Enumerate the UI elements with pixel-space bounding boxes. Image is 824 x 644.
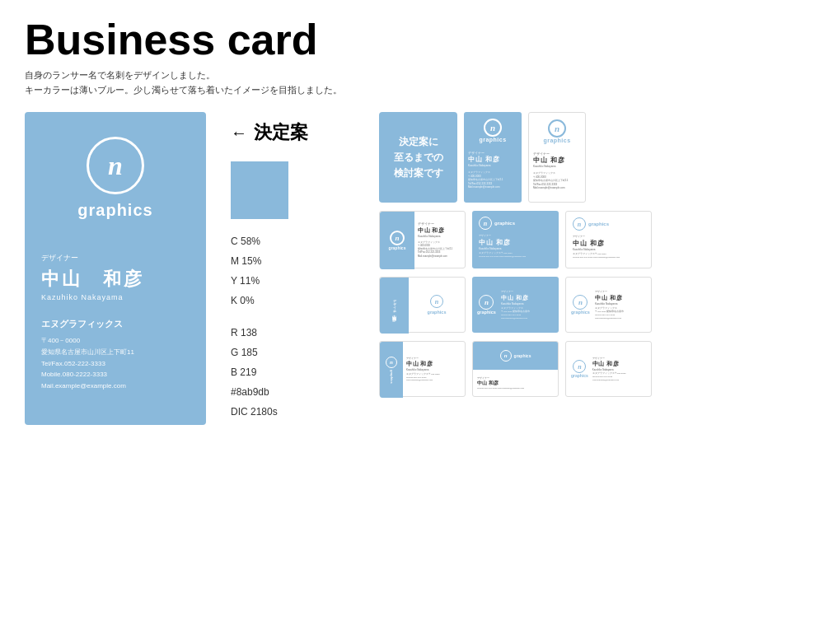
card-mobile: Mobile.080-2222-3333 [41, 369, 134, 380]
card-mail: Mail.example@example.com [41, 380, 134, 392]
h1-name: 中山 和彦 [418, 226, 461, 235]
card-brand-name: graphics [77, 201, 152, 220]
color-info: ← 決定案 C 58% M 15% Y 11% K 0% R 138 G 185… [231, 112, 363, 425]
v1-name-en: Kazuhiko Nakayama [468, 164, 491, 167]
color-g: G 185 [231, 343, 363, 362]
variation-h2: n graphics デザイナー 中山 和彦 Kazuhiko Nakayama… [472, 211, 559, 268]
sq4c-logo-n: n [573, 360, 586, 373]
h3-designer: デザイナー [573, 235, 644, 238]
h1-name-en: Kazuhiko Nakayama [418, 235, 461, 238]
card-postal: 〒400－0000 [41, 335, 134, 347]
sq3-logo-n: n [573, 295, 588, 310]
color-dic: DIC 2180s [231, 402, 363, 422]
color-swatch [231, 161, 288, 219]
h3-logo-n: n [573, 217, 586, 231]
card-street: 愛知県名古屋市山川区上下町11 [41, 347, 134, 358]
sq1-brand: graphics [428, 310, 447, 315]
h1-detail: デザイナー 中山 和彦 Kazuhiko Nakayama エヌグラフィックス〒… [414, 212, 465, 268]
sq4b-logo-n: n [500, 350, 512, 362]
variation-h3: n graphics デザイナー 中山 和彦 Kazuhiko Nakayama… [565, 211, 652, 268]
sq4b-name: 中山 和彦 [477, 380, 554, 387]
sq3-designer: デザイナー [595, 290, 646, 293]
sq1-name: 中山和彦 [392, 311, 397, 315]
sq1-role: デザイナー [393, 296, 396, 310]
h3-name-en: Kazuhiko Nakayama [573, 248, 644, 251]
h3-brand: graphics [588, 222, 609, 226]
v2-logo-n: n [548, 119, 566, 138]
variation-row-3: デザイナー 中山和彦 n graphics n graphics デ [379, 277, 799, 333]
h2-designer: デザイナー [479, 234, 552, 237]
card-designer-label: デザイナー [41, 253, 78, 264]
page: Business card 自身のランサー名で名刺をデザインしました。 キーカラ… [0, 0, 824, 644]
decision-label-row: ← 決定案 [231, 120, 363, 145]
sq-card-1: デザイナー 中山和彦 n graphics [379, 277, 466, 333]
h1-address: エヌグラフィックス〒400-0000愛知県名古屋市山川区上下町11Tel/Fax… [418, 240, 461, 258]
variation-card-v1-blue: n graphics デザイナー 中山 和彦 Kazuhiko Nakayama… [464, 112, 522, 203]
sq2-brand: graphics [477, 310, 496, 315]
card-name-jp: 中山 和彦 [41, 267, 144, 292]
sq3-name-en: Kazuhiko Nakayama [595, 302, 646, 306]
sq4a-address: エヌグラフィックス〒400-0000Tel/Fax.052-222-3333Ma… [406, 373, 461, 382]
variation-row-4: n graphics デザイナー 中山 和彦 Kazuhiko Nakayama… [379, 341, 799, 397]
color-r: R 138 [231, 323, 363, 343]
card-logo-n: n [108, 151, 123, 181]
sq3-name: 中山 和彦 [595, 294, 646, 302]
sq3-address: エヌグラフィックス〒400-0000 愛知県名古屋市Tel/Fax.052-22… [595, 307, 646, 320]
sq-card-4c: n graphics デザイナー 中山 和彦 Kazuhiko Nakayama… [565, 341, 652, 397]
v2-brand: graphics [543, 138, 570, 143]
subtitle-line2: キーカラーは薄いブルー。少し濁らせて落ち着いたイメージを目指しました。 [25, 83, 799, 98]
h1-designer: デザイナー [418, 222, 461, 226]
arrow-icon: ← [231, 124, 247, 142]
variation-row-1: 決定案に 至るまでの 検討案です n graphics デザイナー 中山 和彦 … [379, 112, 799, 203]
card-logo-circle: n [87, 137, 144, 194]
sq4c-name: 中山 和彦 [592, 360, 646, 368]
main-business-card: n graphics デザイナー 中山 和彦 Kazuhiko Nakayama… [25, 112, 206, 425]
sq2-name: 中山 和彦 [501, 294, 554, 302]
cards-grid: 決定案に 至るまでの 検討案です n graphics デザイナー 中山 和彦 … [379, 112, 799, 425]
h2-logo-n: n [479, 217, 492, 230]
v2-name-en: Kazuhiko Nakayama [533, 165, 556, 168]
decision-text: 決定案 [254, 120, 308, 145]
h2-address: エヌグラフィックス〒400-0000Tel/Fax.052-222-3333 M… [479, 252, 552, 259]
sq2-name-en: Kazuhiko Nakayama [501, 302, 554, 306]
sq4a-logo-n: n [386, 357, 397, 368]
v1-brand: graphics [479, 137, 506, 142]
sq2-designer: デザイナー [501, 290, 554, 293]
sq3-brand: graphics [571, 310, 590, 315]
h1-logo-n: n [390, 231, 405, 245]
decision-banner-text: 決定案に 至るまでの 検討案です [394, 134, 443, 182]
sq4a-brand: graphics [390, 370, 394, 384]
sq2-logo-n: n [479, 295, 494, 310]
v1-name: 中山 和彦 [468, 155, 500, 164]
h3-name: 中山 和彦 [573, 239, 644, 248]
v1-logo-n: n [484, 119, 502, 137]
color-c: C 58% [231, 231, 363, 251]
sq4c-name-en: Kazuhiko Nakayama [592, 368, 646, 371]
v1-address: エヌグラフィックス〒400-0000愛知県名古屋市山川区上下町11Tel/Fax… [468, 170, 503, 189]
banner-line2: 至るまでの [394, 150, 443, 166]
v2-address: エヌグラフィックス〒400-0000愛知県名古屋市山川区上下町11Tel/Fax… [533, 171, 568, 190]
color-k: K 0% [231, 291, 363, 310]
sq4a-name-en: Kazuhiko Nakayama [406, 368, 461, 371]
sq4a-name: 中山 和彦 [406, 360, 461, 368]
sq4b-address: Tel/Fax.052-222-3333 Mail.example@exampl… [477, 387, 554, 390]
sq1-logo-n: n [430, 295, 443, 308]
card-address: 〒400－0000 愛知県名古屋市山川区上下町11 Tel/Fax.052-22… [41, 335, 134, 391]
color-m: M 15% [231, 251, 363, 271]
h2-brand: graphics [494, 221, 515, 226]
card-tel: Tel/Fax.052-222-3333 [41, 358, 134, 370]
sq4c-address: エヌグラフィックス〒400-0000Tel/Fax.052-222-3333Ma… [592, 372, 646, 381]
banner-line3: 検討案です [394, 166, 443, 181]
main-card-container: n graphics デザイナー 中山 和彦 Kazuhiko Nakayama… [25, 112, 214, 425]
variation-card-v2-white: n graphics デザイナー 中山 和彦 Kazuhiko Nakayama… [528, 112, 586, 203]
sq4b-brand: graphics [514, 353, 531, 358]
card-name-en: Kazuhiko Nakayama [41, 293, 124, 301]
sq-card-3: n graphics デザイナー 中山 和彦 Kazuhiko Nakayama… [565, 277, 652, 333]
variation-row-2: n graphics デザイナー 中山 和彦 Kazuhiko Nakayama… [379, 211, 799, 268]
decision-banner: 決定案に 至るまでの 検討案です [379, 112, 457, 203]
sq-card-2: n graphics デザイナー 中山 和彦 Kazuhiko Nakayama… [472, 277, 559, 333]
color-hex: #8ab9db [231, 382, 363, 402]
h3-address: エヌグラフィックス〒400-0000Tel/Fax.052-222-3333 M… [573, 253, 644, 259]
h2-name: 中山 和彦 [479, 238, 552, 247]
sq4c-brand: graphics [571, 373, 588, 378]
